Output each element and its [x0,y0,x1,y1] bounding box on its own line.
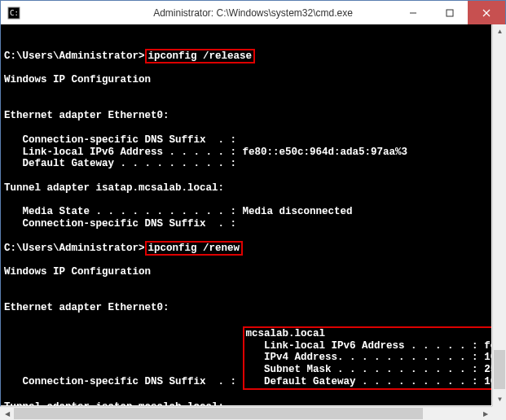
mask-value: 255.0.0.0 [484,364,491,375]
cmd-window: C: Administrator: C:\Windows\system32\cm… [0,0,506,420]
scroll-track-h[interactable] [14,407,478,420]
maximize-button[interactable] [431,1,468,24]
ethernet-header: Ethernet adapter Ethernet0: [4,110,169,121]
ethernet-header: Ethernet adapter Ethernet0: [4,302,169,313]
wip-header: Windows IP Configuration [4,266,151,278]
prompt: C:\Users\Administrator> [4,243,145,254]
ipv6-value: fe80::e50c:964d:ada5:97aa%3 [484,340,491,352]
scroll-left-button[interactable]: ◀ [0,407,14,420]
tunnel-header: Tunnel adapter isatap.mcsalab.local: [4,401,224,405]
gateway-value: 10.0.0.1 [484,376,491,387]
scrollbar-corner [492,406,506,420]
window-controls [394,1,505,24]
scroll-thumb-v[interactable] [494,350,505,389]
svg-text:C:: C: [10,9,19,17]
scroll-track-v[interactable] [493,38,506,392]
terminal[interactable]: C:\Users\Administrator>ipconfig /release… [1,24,491,405]
dns-suffix-value: mcsalab.local [246,328,326,339]
ipv6-value: fe80::e50c:964d:ada5:97aa%3 [243,147,408,158]
minimize-button[interactable] [394,1,431,24]
wip-header: Windows IP Configuration [4,74,151,85]
titlebar[interactable]: C: Administrator: C:\Windows\system32\cm… [1,1,505,25]
command-release: ipconfig /release [145,49,256,64]
dns-suffix-label: Connection-specific DNS Suffix . : [4,376,243,387]
media-label: Media State . . . . . . . . . . . : [4,206,243,217]
scroll-up-button[interactable]: ▲ [493,24,506,38]
svg-rect-3 [447,10,453,16]
horizontal-scrollbar[interactable]: ◀ ▶ [0,406,492,420]
vertical-scrollbar[interactable]: ▲ ▼ [492,24,506,406]
tunnel-dns-line: Connection-specific DNS Suffix . : [4,218,236,230]
dns-suffix-line: Connection-specific DNS Suffix . : [4,134,236,146]
ipv6-label: Link-local IPv6 Address . . . . . : [4,147,243,158]
terminal-viewport: C:\Users\Administrator>ipconfig /release… [1,24,491,405]
scroll-thumb-h[interactable] [14,408,423,419]
blank-line [4,38,11,50]
tunnel-header: Tunnel adapter isatap.mcsalab.local: [4,182,224,194]
ipv4-value: 10.0.0.230 [484,352,491,363]
renew-values-block: mcsalab.local Link-local IPv6 Address . … [243,326,491,390]
media-value: Media disconnected [243,206,353,217]
gateway-label: Default Gateway . . . . . . . . . : [246,376,485,387]
mask-label: Subnet Mask . . . . . . . . . . . : [246,364,485,375]
command-renew: ipconfig /renew [145,241,244,256]
ipv6-label: Link-local IPv6 Address . . . . . : [246,340,485,352]
ipv4-label: IPv4 Address. . . . . . . . . . . : [246,352,485,363]
close-button[interactable] [468,1,505,24]
gateway-line: Default Gateway . . . . . . . . . : [4,158,236,169]
cmd-icon: C: [7,7,20,20]
scroll-down-button[interactable]: ▼ [493,392,506,406]
scroll-right-button[interactable]: ▶ [478,407,492,420]
prompt: C:\Users\Administrator> [4,50,145,62]
